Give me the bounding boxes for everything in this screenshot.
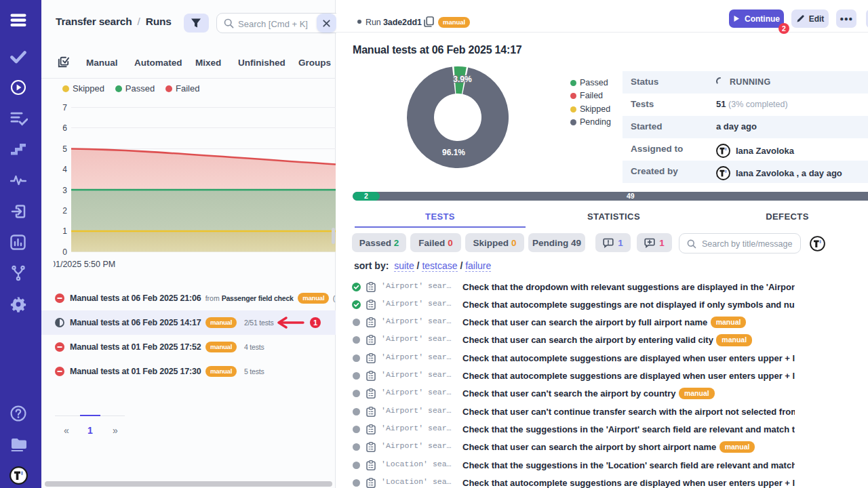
svg-text:3.9%: 3.9% [453, 75, 472, 84]
svg-text:4: 4 [62, 165, 67, 174]
svg-text:0: 0 [62, 247, 67, 257]
svg-text:96.1%: 96.1% [442, 148, 465, 157]
svg-text:3: 3 [62, 186, 67, 195]
svg-text:2: 2 [62, 206, 67, 216]
svg-text:5: 5 [62, 144, 67, 154]
svg-text:7: 7 [62, 103, 67, 113]
svg-text:1: 1 [62, 226, 67, 236]
svg-text:1: 1 [313, 319, 317, 327]
svg-text:6: 6 [62, 123, 67, 133]
